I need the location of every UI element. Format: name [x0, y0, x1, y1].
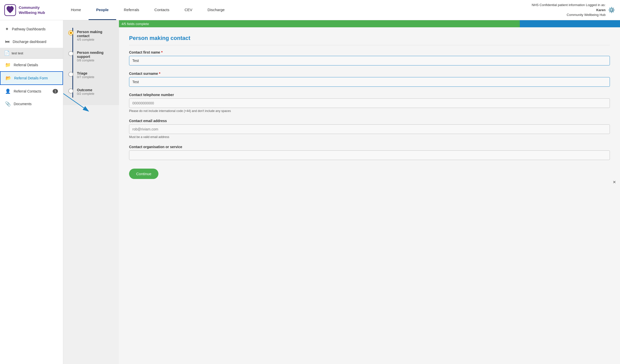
nav-item-people[interactable]: People: [89, 0, 116, 20]
content-area: Person making contact 4/5 complete Perso…: [63, 20, 620, 364]
stepper-text: Person needing support 0/8 complete: [77, 51, 114, 62]
nav-items: Home People Referrals Contacts CEV Disch…: [63, 0, 532, 20]
referral-details-form-icon: 📂: [6, 75, 11, 81]
stepper-item-person-making-contact[interactable]: Person making contact 4/5 complete: [63, 25, 119, 46]
documents-icon: 📎: [5, 101, 11, 107]
form-label-contact-org: Contact organisation or service: [129, 145, 610, 149]
stepper-sub: 0/2 complete: [77, 92, 94, 96]
logo-icon: [4, 4, 16, 16]
sidebar-item-label: Discharge dashboard: [13, 40, 46, 44]
logo-area: Community Wellbeing Hub: [0, 4, 63, 16]
logo-text: Community Wellbeing Hub: [19, 5, 45, 15]
top-nav: Community Wellbeing Hub Home People Refe…: [0, 0, 620, 20]
form-panel: 4/5 fields complete Person making contac…: [119, 20, 620, 364]
stepper-title: Outcome: [77, 88, 94, 92]
discharge-dashboard-icon: 🛏: [5, 39, 10, 44]
stepper-list: Person making contact 4/5 complete Perso…: [63, 20, 119, 105]
logged-in-org: Community Wellbeing Hub: [567, 13, 606, 17]
nhs-info-block: NHS Confidential patient information Log…: [532, 3, 606, 17]
sidebar: ✦ Pathway Dashboards 🛏 Discharge dashboa…: [0, 20, 63, 364]
referral-details-icon: 📁: [5, 62, 11, 68]
stepper-item-triage[interactable]: Triage 0/7 complete: [63, 67, 119, 83]
sidebar-item-label: Referral Details: [14, 63, 38, 67]
sidebar-item-documents[interactable]: 📎 Documents: [0, 98, 63, 110]
form-group-contact-surname: Contact surname*: [129, 72, 610, 87]
sidebar-item-label: Referral Details Form: [14, 76, 48, 80]
contact-telephone-input[interactable]: [129, 98, 610, 108]
tab-label: test test: [12, 51, 59, 55]
stepper-circle-outcome: [68, 88, 73, 94]
contact-first-name-input[interactable]: [129, 56, 610, 65]
pathway-dashboards-icon: ✦: [5, 26, 9, 32]
form-label-contact-surname: Contact surname*: [129, 72, 610, 76]
form-label-contact-telephone: Contact telephone number: [129, 93, 610, 97]
referral-contacts-badge: 1: [53, 89, 58, 94]
stepper-sub: 0/7 complete: [77, 75, 94, 79]
stepper-title: Person needing support: [77, 51, 114, 59]
sidebar-tab-test-test[interactable]: 📄 test test ✕: [0, 48, 63, 59]
form-section-title: Person making contact: [129, 35, 610, 45]
form-group-contact-org: Contact organisation or service: [129, 145, 610, 160]
continue-button[interactable]: Continue: [129, 169, 158, 179]
form-body: Person making contact Contact first name…: [119, 27, 620, 187]
nav-item-home[interactable]: Home: [63, 0, 89, 20]
stepper-circle-person-needing-support: [68, 51, 73, 56]
stepper-circle-person-making-contact: [68, 30, 73, 35]
nav-right: NHS Confidential patient information Log…: [532, 3, 620, 17]
form-hint-email: Must be a valid email address: [129, 135, 610, 139]
progress-label: 4/5 fields complete: [121, 22, 149, 26]
referral-contacts-icon: 👤: [5, 88, 11, 94]
contact-email-input[interactable]: [129, 124, 610, 134]
sidebar-item-referral-contacts[interactable]: 👤 Referral Contacts 1: [0, 85, 63, 98]
stepper-text: Triage 0/7 complete: [77, 71, 94, 79]
contact-org-input[interactable]: [129, 150, 610, 160]
settings-icon[interactable]: ⚙️: [608, 7, 615, 13]
nav-item-contacts[interactable]: Contacts: [147, 0, 177, 20]
stepper-text: Outcome 0/2 complete: [77, 88, 94, 96]
sidebar-item-referral-details-form[interactable]: 📂 Referral Details Form: [0, 71, 63, 85]
form-group-contact-email: Contact email address Must be a valid em…: [129, 119, 610, 139]
sidebar-item-label: Referral Contacts: [14, 89, 41, 93]
sidebar-item-discharge-dashboard[interactable]: 🛏 Discharge dashboard: [0, 35, 63, 48]
sidebar-item-label: Pathway Dashboards: [12, 27, 46, 31]
form-group-contact-first-name: Contact first name*: [129, 50, 610, 65]
sidebar-item-label: Documents: [14, 102, 32, 106]
stepper-sub: 4/5 complete: [77, 38, 114, 41]
stepper-sub: 0/8 complete: [77, 59, 114, 62]
form-label-contact-email: Contact email address: [129, 119, 610, 123]
main-layout: ✦ Pathway Dashboards 🛏 Discharge dashboa…: [0, 20, 620, 364]
sidebar-item-referral-details[interactable]: 📁 Referral Details: [0, 59, 63, 71]
form-label-contact-first-name: Contact first name*: [129, 50, 610, 54]
stepper-item-person-needing-support[interactable]: Person needing support 0/8 complete: [63, 46, 119, 67]
stepper-text: Person making contact 4/5 complete: [77, 30, 114, 41]
nhs-info: NHS Confidential patient information: [532, 3, 585, 7]
stepper-panel: Person making contact 4/5 complete Perso…: [63, 20, 119, 364]
stepper-circle-triage: [68, 72, 73, 77]
sidebar-item-pathway-dashboards[interactable]: ✦ Pathway Dashboards: [0, 23, 63, 35]
tab-doc-icon: 📄: [4, 50, 10, 56]
stepper-item-outcome[interactable]: Outcome 0/2 complete: [63, 83, 119, 100]
stepper-title: Triage: [77, 71, 94, 75]
nav-item-cev[interactable]: CEV: [177, 0, 200, 20]
nav-item-referrals[interactable]: Referrals: [116, 0, 147, 20]
contact-surname-input[interactable]: [129, 77, 610, 87]
nav-item-discharge[interactable]: Discharge: [200, 0, 232, 20]
stepper-title: Person making contact: [77, 30, 114, 38]
progress-bar: 4/5 fields complete: [119, 20, 620, 27]
form-group-contact-telephone: Contact telephone number Please do not i…: [129, 93, 610, 113]
progress-bar-fill: [119, 20, 520, 27]
logged-in-user: Karen: [532, 8, 606, 13]
form-hint-telephone: Please do not include international code…: [129, 109, 610, 113]
